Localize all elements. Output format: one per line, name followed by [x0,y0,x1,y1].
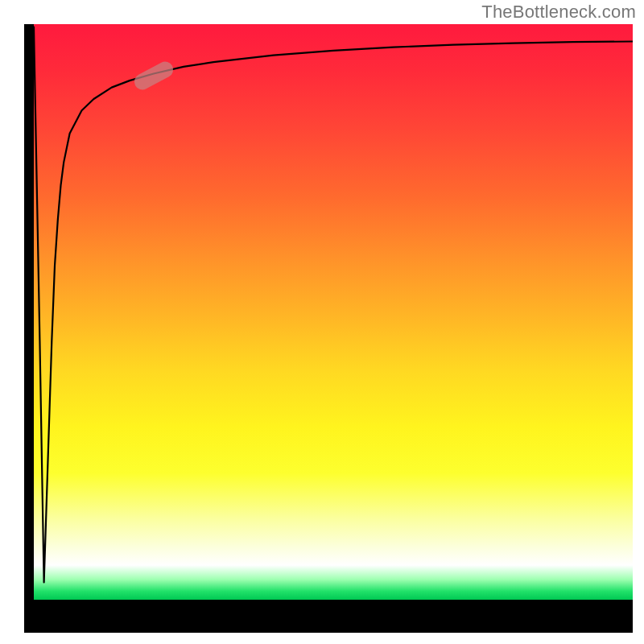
bottleneck-curve [34,24,633,600]
chart-container: TheBottleneck.com [0,0,644,644]
watermark-label: TheBottleneck.com [481,2,636,23]
plot-area [34,24,633,600]
plot-frame [24,24,633,633]
